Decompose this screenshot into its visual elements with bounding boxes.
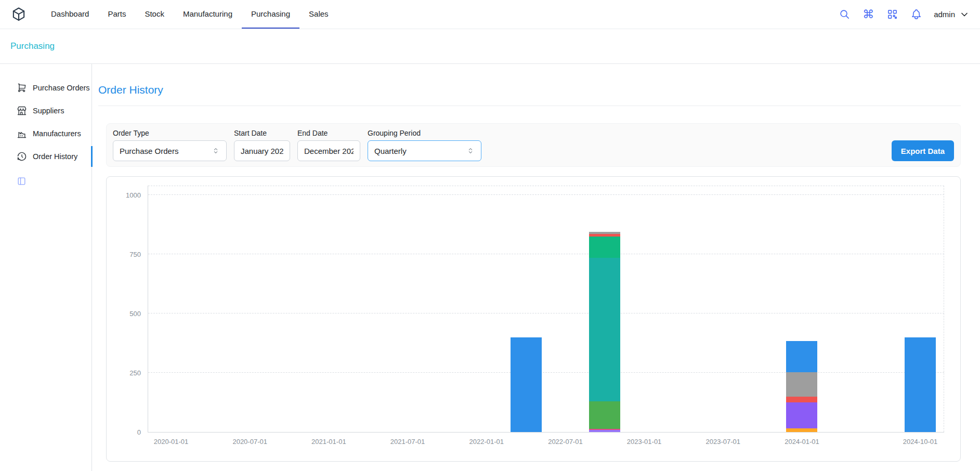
x-axis-tick-label: 2021-01-01: [311, 438, 346, 446]
y-axis-tick-label: 250: [111, 369, 141, 377]
filter-panel: Order TypePurchase OrdersStart DateEnd D…: [106, 123, 961, 167]
start-date-input[interactable]: [234, 140, 290, 161]
sidebar-item-suppliers[interactable]: Suppliers: [0, 99, 92, 122]
export-data-button[interactable]: Export Data: [892, 140, 954, 161]
chart-bar-2024-10-01[interactable]: [905, 337, 936, 432]
chart-bar-2022-04-01[interactable]: [511, 337, 542, 432]
x-axis-tick-label: 2024-10-01: [903, 438, 938, 446]
navbar-actions: ⌘ admin: [838, 8, 970, 21]
order-history-chart: 025050075010002020-01-012020-07-012021-0…: [148, 186, 944, 433]
y-axis-tick-label: 750: [111, 251, 141, 258]
sidebar-item-purchase-orders[interactable]: Purchase Orders: [0, 76, 92, 99]
bar-segment: [786, 428, 817, 432]
sidebar-item-label: Manufacturers: [33, 129, 81, 138]
order-type-label: Order Type: [113, 129, 227, 137]
command-icon[interactable]: ⌘: [862, 8, 874, 21]
x-axis-tick-label: 2022-01-01: [469, 438, 504, 446]
bar-segment: [786, 341, 817, 372]
top-navbar: DashboardPartsStockManufacturingPurchasi…: [0, 0, 980, 29]
start-date-label: Start Date: [234, 129, 290, 137]
tab-sales[interactable]: Sales: [299, 0, 338, 29]
bar-segment: [786, 397, 817, 402]
sidebar-items: Purchase OrdersSuppliersManufacturersOrd…: [0, 76, 92, 168]
x-axis-tick-label: 2020-07-01: [232, 438, 267, 446]
filter-start-date: Start Date: [234, 129, 290, 161]
qr-scan-icon[interactable]: [886, 8, 898, 21]
bar-segment: [786, 372, 817, 397]
sidebar-item-order-history[interactable]: Order History: [0, 145, 92, 168]
grouping-period-value: Quarterly: [374, 147, 462, 155]
bar-segment: [905, 337, 936, 432]
chart-bar-2022-10-01[interactable]: [589, 232, 620, 432]
order-type-value: Purchase Orders: [120, 147, 207, 155]
x-axis-tick-label: 2021-07-01: [390, 438, 425, 446]
notification-bell-icon[interactable]: [910, 8, 922, 21]
bar-segment: [589, 258, 620, 401]
tab-dashboard[interactable]: Dashboard: [42, 0, 98, 29]
sidebar-item-label: Order History: [33, 152, 77, 161]
bar-segment: [786, 402, 817, 428]
building-store-icon: [17, 106, 27, 116]
y-axis-tick-label: 500: [111, 310, 141, 318]
title-divider: [98, 106, 961, 106]
chevron-down-icon: [959, 9, 970, 20]
filter-order-type: Order TypePurchase Orders: [113, 129, 227, 161]
sidebar-item-manufacturers[interactable]: Manufacturers: [0, 122, 92, 145]
y-axis-tick-label: 0: [111, 428, 141, 436]
selector-chevrons-icon: [466, 147, 475, 155]
page: DashboardPartsStockManufacturingPurchasi…: [0, 0, 980, 471]
tab-parts[interactable]: Parts: [98, 0, 135, 29]
sidebar-item-label: Suppliers: [33, 107, 64, 115]
history-icon: [17, 151, 27, 162]
building-factory-icon: [17, 128, 27, 139]
y-axis-tick-label: 1000: [111, 191, 141, 199]
chart-bar-2024-01-01[interactable]: [786, 341, 817, 432]
grouping-period-label: Grouping Period: [368, 129, 481, 137]
grouping-period-select[interactable]: Quarterly: [368, 140, 481, 161]
x-axis-tick-label: 2024-01-01: [785, 438, 819, 446]
username: admin: [934, 10, 955, 19]
page-title: Order History: [98, 84, 961, 96]
plot-right-border: [944, 186, 944, 432]
bar-segment: [511, 337, 542, 432]
content: Purchase OrdersSuppliersManufacturersOrd…: [0, 64, 980, 471]
x-axis-tick-label: 2022-07-01: [548, 438, 583, 446]
end-date-input[interactable]: [297, 140, 360, 161]
order-type-select[interactable]: Purchase Orders: [113, 140, 227, 161]
filter-grouping-period: Grouping PeriodQuarterly: [368, 129, 481, 161]
bar-segment: [589, 237, 620, 258]
main-panel: Order History Order TypePurchase OrdersS…: [92, 64, 980, 471]
sidebar-toggle-icon[interactable]: [17, 176, 27, 186]
selector-chevrons-icon: [212, 147, 220, 155]
sidebar: Purchase OrdersSuppliersManufacturersOrd…: [0, 64, 92, 471]
user-menu[interactable]: admin: [934, 9, 970, 20]
end-date-label: End Date: [297, 129, 360, 137]
breadcrumb[interactable]: Purchasing: [10, 41, 55, 51]
x-axis-tick-label: 2020-01-01: [154, 438, 189, 446]
tab-manufacturing[interactable]: Manufacturing: [174, 0, 242, 29]
bar-segment: [589, 430, 620, 432]
gridline-y-250: [148, 372, 944, 373]
filter-end-date: End Date: [297, 129, 360, 161]
chart-card: 025050075010002020-01-012020-07-012021-0…: [106, 176, 961, 462]
bar-segment: [589, 401, 620, 428]
tab-purchasing[interactable]: Purchasing: [242, 0, 299, 29]
x-axis-tick-label: 2023-01-01: [627, 438, 662, 446]
nav-tabs: DashboardPartsStockManufacturingPurchasi…: [42, 0, 338, 29]
app-logo[interactable]: [10, 5, 29, 24]
sidebar-item-label: Purchase Orders: [33, 84, 90, 92]
plot-top-border: [148, 186, 944, 186]
breadcrumb-bar: Purchasing: [0, 29, 980, 64]
app-logo-icon: [10, 6, 27, 23]
gridline-y-500: [148, 313, 944, 313]
tab-stock[interactable]: Stock: [135, 0, 174, 29]
gridline-y-1000: [148, 194, 944, 195]
gridline-y-750: [148, 254, 944, 254]
x-axis-tick-label: 2023-07-01: [706, 438, 741, 446]
search-icon[interactable]: [838, 8, 851, 21]
shopping-cart-icon: [17, 83, 27, 93]
